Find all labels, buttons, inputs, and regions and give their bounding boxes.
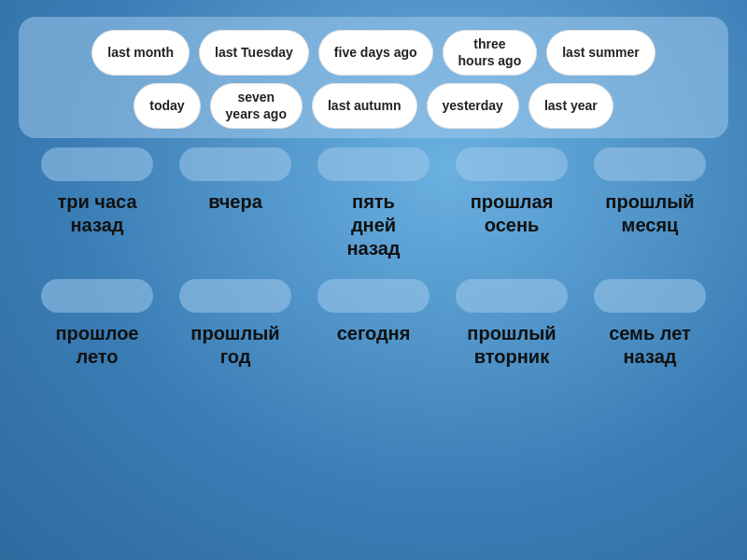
russian-section: три часа назадвчерапять дней назадпрошла… xyxy=(19,147,728,369)
ru-block-r1-2: пять дней назад xyxy=(308,147,439,260)
drop-zone-r2-1[interactable] xyxy=(179,279,291,313)
english-row-2: todayseven years agolast autumnyesterday… xyxy=(34,83,713,129)
ru-block-r1-4: прошлый месяц xyxy=(585,147,715,237)
english-row-1: last monthlast Tuesdayfive days agothree… xyxy=(34,30,713,76)
russian-row-1: три часа назадвчерапять дней назадпрошла… xyxy=(19,147,728,260)
en-card-3[interactable]: three hours ago xyxy=(443,30,538,76)
english-cards-section: last monthlast Tuesdayfive days agothree… xyxy=(19,17,728,138)
en-card-r2-1[interactable]: seven years ago xyxy=(210,83,303,129)
en-card-r2-3[interactable]: yesterday xyxy=(427,83,519,129)
ru-text-r1-4: прошлый месяц xyxy=(605,190,694,237)
ru-text-r2-4: семь лет назад xyxy=(609,322,691,369)
ru-block-r2-2: сегодня xyxy=(308,279,439,345)
ru-block-r1-3: прошлая осень xyxy=(446,147,577,237)
ru-text-r1-1: вчера xyxy=(208,190,262,214)
drop-zone-r1-4[interactable] xyxy=(594,147,706,181)
ru-block-r2-3: прошлый вторник xyxy=(446,279,577,369)
drop-zone-r1-2[interactable] xyxy=(317,147,430,181)
en-card-1[interactable]: last Tuesday xyxy=(199,30,309,76)
ru-text-r1-2: пять дней назад xyxy=(347,190,401,260)
russian-row-2: прошлое летопрошлый годсегодняпрошлый вт… xyxy=(19,279,728,369)
ru-text-r2-2: сегодня xyxy=(337,322,411,345)
ru-block-r2-4: семь лет назад xyxy=(585,279,715,369)
ru-block-r1-0: три часа назад xyxy=(32,147,162,237)
drop-zone-r2-0[interactable] xyxy=(41,279,153,313)
ru-text-r2-1: прошлый год xyxy=(190,322,279,369)
en-card-r2-4[interactable]: last year xyxy=(529,83,613,129)
en-card-0[interactable]: last month xyxy=(92,30,190,76)
ru-text-r2-0: прошлое лето xyxy=(56,322,139,369)
en-card-r2-0[interactable]: today xyxy=(134,83,200,129)
en-card-4[interactable]: last summer xyxy=(546,30,655,76)
en-card-2[interactable]: five days ago xyxy=(318,30,433,76)
drop-zone-r1-1[interactable] xyxy=(179,147,291,181)
ru-text-r1-3: прошлая осень xyxy=(471,190,554,237)
drop-zone-r1-0[interactable] xyxy=(41,147,153,181)
drop-zone-r2-3[interactable] xyxy=(456,279,568,313)
drop-zone-r2-4[interactable] xyxy=(594,279,706,313)
ru-block-r2-0: прошлое лето xyxy=(32,279,162,369)
drop-zone-r2-2[interactable] xyxy=(317,279,430,313)
drop-zone-r1-3[interactable] xyxy=(456,147,568,181)
ru-block-r2-1: прошлый год xyxy=(170,279,301,369)
ru-text-r1-0: три часа назад xyxy=(57,190,136,237)
ru-text-r2-3: прошлый вторник xyxy=(467,322,556,369)
en-card-r2-2[interactable]: last autumn xyxy=(312,83,417,129)
ru-block-r1-1: вчера xyxy=(170,147,301,214)
